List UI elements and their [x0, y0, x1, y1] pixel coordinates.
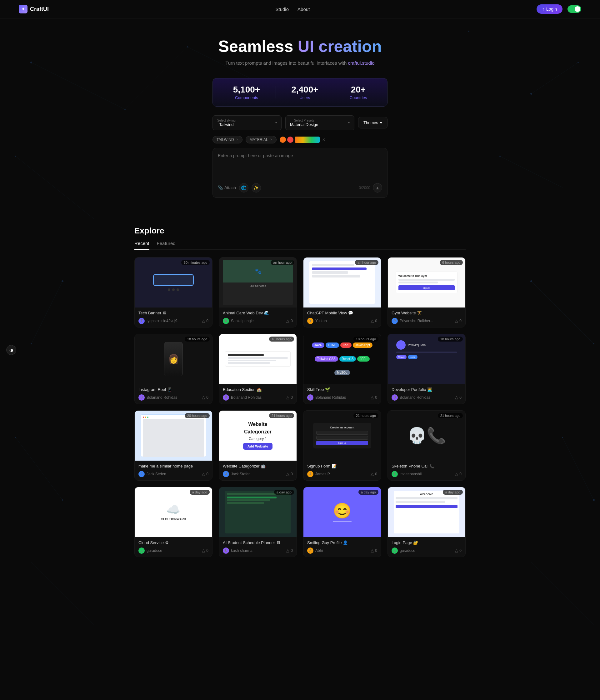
- card-item[interactable]: 🐾 Our Services an hour ago Animal Care W…: [219, 257, 297, 327]
- card-item[interactable]: WELCOME a day ago Login Page 🔐 g guradoc…: [388, 487, 466, 557]
- card-thumbnail: Website Categorizer Category 1 Add Websi…: [219, 410, 297, 460]
- tag-tailwind-remove-icon[interactable]: ✕: [236, 138, 239, 141]
- color-orange[interactable]: [280, 136, 286, 143]
- card-badge: 18 hours ago: [353, 336, 378, 342]
- themes-button[interactable]: Themes ▾: [358, 117, 388, 128]
- like-button[interactable]: △: [371, 319, 374, 323]
- card-title: Smiling Guy Profile 👤: [307, 540, 377, 545]
- like-button[interactable]: △: [455, 319, 458, 323]
- card-badge: 21 hours ago: [269, 413, 294, 418]
- emoji-button[interactable]: 🌐: [239, 183, 248, 193]
- like-count: 0: [375, 472, 377, 476]
- card-item[interactable]: 30 minutes ago Tech Banner 🖥 T tyqnsc+cc…: [134, 257, 212, 327]
- author-avatar: T: [139, 318, 145, 324]
- like-button[interactable]: △: [202, 472, 205, 476]
- explore-title: Explore: [134, 226, 466, 235]
- like-button[interactable]: △: [455, 395, 458, 400]
- like-count: 0: [459, 548, 461, 553]
- logo-icon: ✦: [19, 5, 27, 14]
- like-button[interactable]: △: [202, 395, 205, 400]
- themes-label: Themes: [364, 120, 378, 125]
- like-button[interactable]: △: [286, 395, 290, 400]
- author-name: Bolanand Rohidas: [147, 395, 177, 400]
- like-button[interactable]: △: [202, 548, 205, 553]
- prompt-input[interactable]: [218, 153, 382, 178]
- card-item[interactable]: an hour ago ChatGPT Mobile View 💬 Y Yu k…: [303, 257, 381, 327]
- card-author: A Abhi: [307, 548, 323, 554]
- like-count: 0: [291, 395, 293, 400]
- color-reset-icon[interactable]: ✕: [322, 138, 325, 142]
- card-item[interactable]: Website Categorizer Category 1 Add Websi…: [219, 410, 297, 481]
- card-title: Tech Banner 🖥: [139, 310, 208, 315]
- card-badge: a day ago: [274, 490, 294, 495]
- like-button[interactable]: △: [286, 319, 290, 323]
- like-button[interactable]: △: [371, 548, 374, 553]
- card-likes: △ 0: [371, 319, 377, 323]
- card-footer: Instagram Reel 📱 B Bolanand Rohidas △ 0: [135, 384, 212, 404]
- magic-button[interactable]: ✨: [252, 183, 261, 193]
- presets-dropdown[interactable]: Select Presets Material Design ▾: [285, 115, 354, 130]
- dark-mode-toggle[interactable]: ◑: [6, 345, 16, 355]
- card-title: AI Student Schedule Planner 🖥: [223, 540, 293, 545]
- tab-featured[interactable]: Featured: [157, 241, 176, 250]
- hero-link[interactable]: craftui.studio: [348, 60, 375, 66]
- like-button[interactable]: △: [371, 472, 374, 476]
- card-meta: B Bolanand Rohidas △ 0: [223, 394, 293, 401]
- card-likes: △ 0: [455, 395, 461, 400]
- nav-about[interactable]: About: [298, 6, 310, 12]
- color-red[interactable]: [287, 136, 294, 143]
- like-button[interactable]: △: [286, 548, 290, 553]
- styling-dropdown[interactable]: Select styling Tailwind ▾: [212, 115, 281, 130]
- card-item[interactable]: JAVA HTML CSS JavaScript Tailwind CSS Re…: [303, 334, 381, 404]
- logo[interactable]: ✦ CraftUI: [19, 5, 49, 14]
- like-button[interactable]: △: [202, 319, 205, 323]
- card-footer: Skeleton Phone Call 📞 i itsdeepanshiii △…: [388, 460, 465, 480]
- hero-title: Seamless UI creation: [6, 37, 594, 56]
- tag-material-remove-icon[interactable]: ✕: [270, 138, 273, 141]
- tab-recent[interactable]: Recent: [134, 241, 149, 250]
- color-gradient-bar[interactable]: [295, 136, 320, 143]
- card-item[interactable]: Create an account Sign up 21 hours ago S…: [303, 410, 381, 481]
- card-meta: J Jack Stefen △ 0: [223, 471, 293, 477]
- stat-countries: 20+ Countries: [350, 85, 367, 100]
- prompt-right: 0/2000 ▲: [359, 183, 382, 193]
- card-item[interactable]: ☁️ CLOUDONWARD a day ago Cloud Service ⚙…: [134, 487, 212, 557]
- like-button[interactable]: △: [455, 548, 458, 553]
- card-title: Login Page 🔐: [392, 540, 461, 545]
- card-thumbnail: 💀📞 21 hours ago: [388, 410, 465, 460]
- card-thumbnail: 18 hours ago: [219, 334, 297, 384]
- theme-toggle[interactable]: [568, 5, 581, 13]
- card-item[interactable]: Welcome to Our Gym Sign In 6 hours ago G…: [388, 257, 466, 327]
- card-item[interactable]: 💀📞 21 hours ago Skeleton Phone Call 📞 i …: [388, 410, 466, 481]
- card-title: Skill Tree 🌱: [307, 387, 377, 392]
- card-item[interactable]: 😊 a day ago Smiling Guy Profile 👤 A Abhi…: [303, 487, 381, 557]
- presets-dropdown-value: Material Design: [290, 122, 318, 127]
- card-item[interactable]: Prithviraj Baral React Node 18 hours ago…: [388, 334, 466, 404]
- stat-divider-2: [334, 86, 334, 98]
- like-button[interactable]: △: [455, 472, 458, 476]
- card-meta: P Priyanshu Raikher... △ 0: [392, 318, 461, 324]
- tag-tailwind[interactable]: TAILWIND ✕: [212, 136, 243, 144]
- card-item[interactable]: 👩 18 hours ago Instagram Reel 📱 B Bolana…: [134, 334, 212, 404]
- like-count: 0: [206, 319, 208, 323]
- like-button[interactable]: △: [371, 395, 374, 400]
- card-author: g guradoce: [392, 548, 415, 554]
- attach-label: Attach: [224, 185, 236, 190]
- nav-studio[interactable]: Studio: [276, 6, 289, 12]
- card-likes: △ 0: [202, 319, 208, 323]
- attach-button[interactable]: 📎 Attach: [218, 185, 236, 190]
- card-footer: Developer Portfolio 👨‍💻 B Bolanand Rohid…: [388, 384, 465, 404]
- submit-button[interactable]: ▲: [373, 183, 382, 193]
- card-item[interactable]: a day ago AI Student Schedule Planner 🖥 …: [219, 487, 297, 557]
- tag-material[interactable]: MATERIAL ✕: [246, 136, 277, 144]
- author-name: kush sharma: [231, 548, 252, 553]
- login-button[interactable]: ↑ Login: [536, 4, 562, 14]
- card-item[interactable]: 20 hours ago make me a similar home page…: [134, 410, 212, 481]
- card-item[interactable]: 18 hours ago Education Section 🏫 B Bolan…: [219, 334, 297, 404]
- card-meta: T tyqnsc+ccio42vuj9... △ 0: [139, 318, 208, 324]
- login-label: Login: [546, 6, 557, 11]
- card-meta: J James P △ 0: [307, 471, 377, 477]
- like-button[interactable]: △: [286, 472, 290, 476]
- card-thumbnail: 30 minutes ago: [135, 257, 212, 307]
- explore-section: Explore Recent Featured 30 minutes ago T…: [128, 226, 472, 576]
